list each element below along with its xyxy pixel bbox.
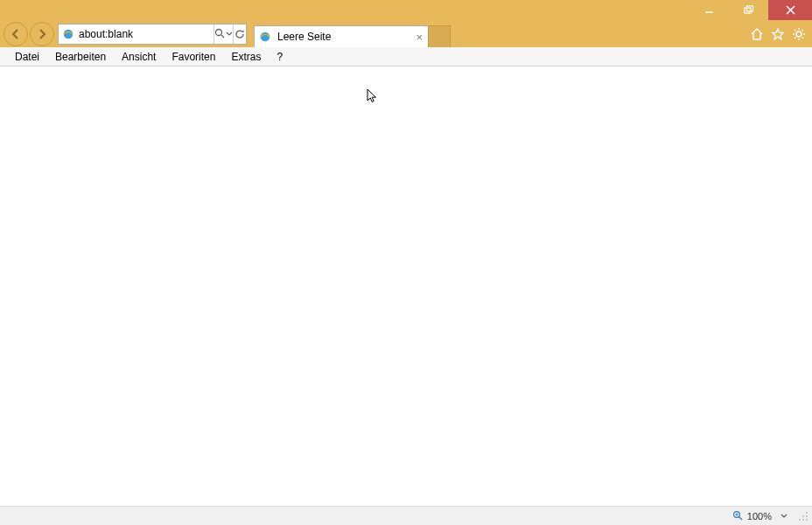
- svg-point-6: [215, 30, 221, 36]
- resize-grip[interactable]: [798, 511, 808, 522]
- svg-line-16: [794, 37, 795, 38]
- svg-line-7: [221, 35, 224, 38]
- svg-point-5: [64, 29, 74, 38]
- svg-rect-1: [745, 8, 751, 13]
- new-tab-button[interactable]: [428, 25, 451, 47]
- page-content: [0, 66, 812, 506]
- menu-file[interactable]: Datei: [7, 49, 47, 65]
- zoom-control[interactable]: 100%: [732, 510, 788, 522]
- svg-line-17: [802, 30, 803, 31]
- cursor-icon: [367, 88, 379, 108]
- svg-point-23: [806, 515, 808, 517]
- tab-title: Leere Seite: [277, 31, 410, 43]
- svg-point-8: [261, 32, 270, 42]
- ie-logo-icon: [61, 27, 75, 41]
- favorites-button[interactable]: [768, 22, 788, 46]
- refresh-button[interactable]: [233, 24, 246, 44]
- close-button[interactable]: [768, 0, 812, 20]
- menu-extras[interactable]: Extras: [223, 49, 269, 65]
- back-button[interactable]: [4, 22, 28, 46]
- search-button[interactable]: [214, 24, 226, 44]
- svg-line-14: [794, 30, 795, 31]
- svg-line-15: [802, 37, 803, 38]
- minimize-button[interactable]: [690, 0, 729, 20]
- chevron-down-icon[interactable]: [780, 513, 788, 520]
- menu-edit[interactable]: Bearbeiten: [47, 49, 114, 65]
- forward-button[interactable]: [30, 22, 54, 46]
- statusbar: 100%: [0, 506, 812, 525]
- svg-line-19: [739, 517, 742, 520]
- url-input[interactable]: [75, 28, 214, 40]
- address-bar: [58, 24, 247, 45]
- zoom-value: 100%: [747, 511, 772, 522]
- svg-point-25: [806, 519, 808, 521]
- tab-active[interactable]: Leere Seite ×: [254, 25, 429, 47]
- navigation-toolbar: Leere Seite ×: [0, 20, 812, 47]
- tab-close-button[interactable]: ×: [416, 32, 423, 43]
- svg-rect-2: [746, 6, 752, 11]
- menu-view[interactable]: Ansicht: [114, 49, 164, 65]
- ie-logo-icon: [258, 30, 272, 44]
- tools-button[interactable]: [789, 22, 808, 46]
- menu-favorites[interactable]: Favoriten: [164, 49, 223, 65]
- svg-point-24: [802, 515, 804, 517]
- menubar: Datei Bearbeiten Ansicht Favoriten Extra…: [0, 47, 812, 66]
- tabstrip: Leere Seite ×: [254, 20, 451, 47]
- svg-point-9: [796, 32, 802, 37]
- menu-help[interactable]: ?: [269, 49, 290, 65]
- maximize-button[interactable]: [729, 0, 768, 20]
- home-button[interactable]: [747, 22, 766, 46]
- search-dropdown-button[interactable]: [226, 24, 233, 44]
- svg-point-26: [802, 519, 804, 521]
- svg-point-27: [799, 519, 801, 521]
- titlebar: [0, 0, 812, 20]
- magnifier-icon: [732, 510, 744, 522]
- svg-point-22: [806, 512, 808, 514]
